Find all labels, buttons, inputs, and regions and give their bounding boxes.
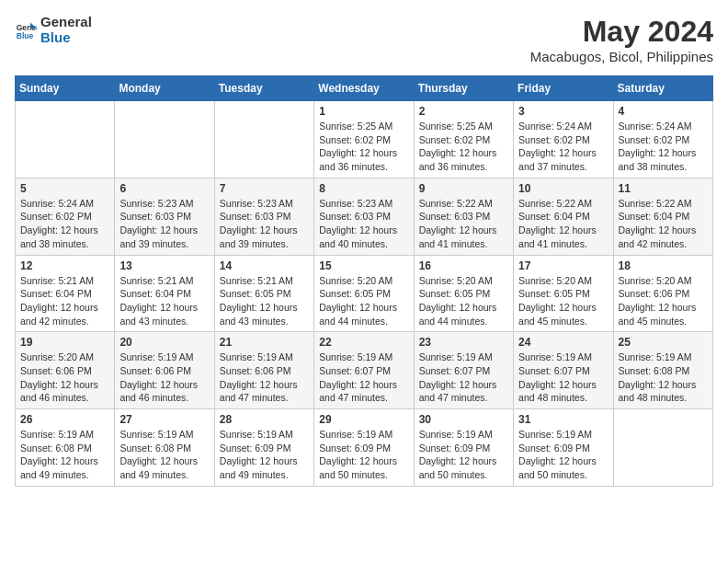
day-number: 31 [518,413,608,426]
day-number: 1 [319,105,408,118]
calendar-cell: 10Sunrise: 5:22 AM Sunset: 6:04 PM Dayli… [514,178,613,255]
calendar-cell: 5Sunrise: 5:24 AM Sunset: 6:02 PM Daylig… [16,178,115,255]
main-title: May 2024 [530,15,713,49]
title-area: May 2024 Macabugos, Bicol, Philippines [530,15,713,64]
day-number: 12 [20,259,109,272]
day-info: Sunrise: 5:19 AM Sunset: 6:09 PM Dayligh… [220,428,309,482]
calendar-table: SundayMondayTuesdayWednesdayThursdayFrid… [15,75,713,487]
calendar-cell: 11Sunrise: 5:22 AM Sunset: 6:04 PM Dayli… [613,178,712,255]
calendar-cell: 19Sunrise: 5:20 AM Sunset: 6:06 PM Dayli… [16,332,115,409]
day-info: Sunrise: 5:24 AM Sunset: 6:02 PM Dayligh… [20,197,109,251]
day-number: 19 [20,336,109,349]
day-info: Sunrise: 5:19 AM Sunset: 6:09 PM Dayligh… [319,428,408,482]
day-info: Sunrise: 5:21 AM Sunset: 6:04 PM Dayligh… [20,274,109,328]
calendar-cell [613,409,712,487]
logo-general: General [40,15,92,30]
day-number: 23 [419,336,508,349]
day-number: 6 [119,182,209,195]
logo-blue: Blue [40,30,92,46]
day-header-sunday: Sunday [16,76,115,101]
day-number: 22 [319,336,408,349]
day-info: Sunrise: 5:22 AM Sunset: 6:04 PM Dayligh… [619,197,708,251]
week-row-1: 5Sunrise: 5:24 AM Sunset: 6:02 PM Daylig… [16,178,713,255]
calendar-cell: 29Sunrise: 5:19 AM Sunset: 6:09 PM Dayli… [314,409,414,487]
day-number: 26 [20,413,109,426]
calendar-cell: 17Sunrise: 5:20 AM Sunset: 6:05 PM Dayli… [514,255,613,332]
calendar-cell: 28Sunrise: 5:19 AM Sunset: 6:09 PM Dayli… [214,409,313,487]
day-number: 21 [220,336,309,349]
day-info: Sunrise: 5:19 AM Sunset: 6:09 PM Dayligh… [518,428,608,482]
week-row-0: 1Sunrise: 5:25 AM Sunset: 6:02 PM Daylig… [16,101,713,178]
calendar-cell: 16Sunrise: 5:20 AM Sunset: 6:05 PM Dayli… [414,255,513,332]
calendar-cell: 25Sunrise: 5:19 AM Sunset: 6:08 PM Dayli… [613,332,712,409]
day-info: Sunrise: 5:20 AM Sunset: 6:06 PM Dayligh… [20,350,109,405]
calendar-cell: 3Sunrise: 5:24 AM Sunset: 6:02 PM Daylig… [514,101,613,178]
day-number: 17 [518,259,608,272]
calendar-cell [214,101,313,178]
day-number: 5 [20,182,109,195]
day-header-tuesday: Tuesday [214,76,313,101]
week-row-4: 26Sunrise: 5:19 AM Sunset: 6:08 PM Dayli… [16,409,713,487]
calendar-cell [16,101,115,178]
day-number: 15 [319,259,408,272]
day-number: 3 [518,105,608,118]
day-info: Sunrise: 5:19 AM Sunset: 6:08 PM Dayligh… [619,350,708,405]
day-number: 13 [119,259,209,272]
day-number: 29 [319,413,408,426]
calendar-cell: 1Sunrise: 5:25 AM Sunset: 6:02 PM Daylig… [314,101,414,178]
day-info: Sunrise: 5:25 AM Sunset: 6:02 PM Dayligh… [319,120,408,174]
day-info: Sunrise: 5:21 AM Sunset: 6:05 PM Dayligh… [220,274,309,328]
calendar-cell: 20Sunrise: 5:19 AM Sunset: 6:06 PM Dayli… [115,332,214,409]
calendar-cell: 8Sunrise: 5:23 AM Sunset: 6:03 PM Daylig… [314,178,414,255]
svg-text:Blue: Blue [17,30,34,40]
calendar-cell: 13Sunrise: 5:21 AM Sunset: 6:04 PM Dayli… [115,255,214,332]
calendar-cell: 6Sunrise: 5:23 AM Sunset: 6:03 PM Daylig… [115,178,214,255]
day-info: Sunrise: 5:19 AM Sunset: 6:08 PM Dayligh… [20,428,109,482]
calendar-cell: 23Sunrise: 5:19 AM Sunset: 6:07 PM Dayli… [414,332,513,409]
day-header-monday: Monday [115,76,214,101]
day-info: Sunrise: 5:23 AM Sunset: 6:03 PM Dayligh… [220,197,309,251]
logo: General Blue General Blue [15,15,92,45]
calendar-cell: 26Sunrise: 5:19 AM Sunset: 6:08 PM Dayli… [16,409,115,487]
day-number: 9 [419,182,508,195]
day-number: 24 [518,336,608,349]
calendar-cell: 27Sunrise: 5:19 AM Sunset: 6:08 PM Dayli… [115,409,214,487]
calendar-cell: 15Sunrise: 5:20 AM Sunset: 6:05 PM Dayli… [314,255,414,332]
calendar-cell: 9Sunrise: 5:22 AM Sunset: 6:03 PM Daylig… [414,178,513,255]
day-number: 8 [319,182,408,195]
day-info: Sunrise: 5:21 AM Sunset: 6:04 PM Dayligh… [119,274,209,328]
day-info: Sunrise: 5:19 AM Sunset: 6:09 PM Dayligh… [419,428,508,482]
day-info: Sunrise: 5:20 AM Sunset: 6:05 PM Dayligh… [319,274,408,328]
day-header-thursday: Thursday [414,76,513,101]
day-header-wednesday: Wednesday [314,76,414,101]
day-info: Sunrise: 5:23 AM Sunset: 6:03 PM Dayligh… [319,197,408,251]
calendar-cell: 7Sunrise: 5:23 AM Sunset: 6:03 PM Daylig… [214,178,313,255]
calendar-cell: 12Sunrise: 5:21 AM Sunset: 6:04 PM Dayli… [16,255,115,332]
day-number: 30 [419,413,508,426]
day-info: Sunrise: 5:20 AM Sunset: 6:05 PM Dayligh… [518,274,608,328]
calendar-cell: 14Sunrise: 5:21 AM Sunset: 6:05 PM Dayli… [214,255,313,332]
day-info: Sunrise: 5:25 AM Sunset: 6:02 PM Dayligh… [419,120,508,174]
day-number: 11 [619,182,708,195]
day-info: Sunrise: 5:22 AM Sunset: 6:04 PM Dayligh… [518,197,608,251]
logo-icon: General Blue [15,19,37,41]
day-info: Sunrise: 5:24 AM Sunset: 6:02 PM Dayligh… [619,120,708,174]
day-info: Sunrise: 5:19 AM Sunset: 6:07 PM Dayligh… [319,350,408,405]
day-number: 27 [119,413,209,426]
day-info: Sunrise: 5:23 AM Sunset: 6:03 PM Dayligh… [119,197,209,251]
day-info: Sunrise: 5:20 AM Sunset: 6:05 PM Dayligh… [419,274,508,328]
day-info: Sunrise: 5:20 AM Sunset: 6:06 PM Dayligh… [619,274,708,328]
day-info: Sunrise: 5:19 AM Sunset: 6:06 PM Dayligh… [119,350,209,405]
subtitle: Macabugos, Bicol, Philippines [530,49,713,64]
day-info: Sunrise: 5:24 AM Sunset: 6:02 PM Dayligh… [518,120,608,174]
calendar-cell: 2Sunrise: 5:25 AM Sunset: 6:02 PM Daylig… [414,101,513,178]
calendar-cell: 4Sunrise: 5:24 AM Sunset: 6:02 PM Daylig… [613,101,712,178]
day-info: Sunrise: 5:19 AM Sunset: 6:06 PM Dayligh… [220,350,309,405]
calendar-cell: 18Sunrise: 5:20 AM Sunset: 6:06 PM Dayli… [613,255,712,332]
day-number: 14 [220,259,309,272]
calendar-cell: 21Sunrise: 5:19 AM Sunset: 6:06 PM Dayli… [214,332,313,409]
calendar-cell [115,101,214,178]
day-header-saturday: Saturday [613,76,712,101]
day-number: 10 [518,182,608,195]
day-number: 7 [220,182,309,195]
